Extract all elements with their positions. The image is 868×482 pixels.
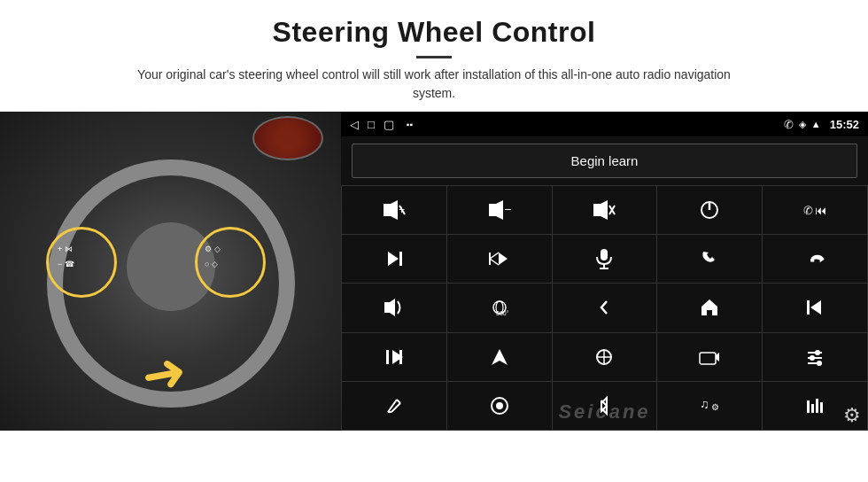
next-button[interactable] <box>342 235 446 283</box>
svg-line-20 <box>490 253 499 259</box>
phone-status-icon: ✆ <box>784 118 794 131</box>
prev-button[interactable] <box>763 284 867 331</box>
begin-learn-area: Begin learn <box>341 136 868 185</box>
svg-text:− ☎: − ☎ <box>58 260 74 268</box>
page-title: Steering Wheel Control <box>35 16 833 49</box>
svg-rect-18 <box>399 252 402 266</box>
svg-rect-57 <box>811 404 814 413</box>
equalizer-button[interactable] <box>763 333 867 381</box>
skip-button[interactable] <box>342 333 446 381</box>
power-button[interactable] <box>657 186 762 234</box>
steering-wheel-image: + ⋈ − ☎ ⚙ ◇ ○ ◇ ➜ <box>0 112 341 431</box>
sw-background: + ⋈ − ☎ ⚙ ◇ ○ ◇ ➜ <box>0 112 341 431</box>
svg-marker-10 <box>593 200 608 220</box>
bluetooth-button[interactable] <box>553 382 657 430</box>
svg-marker-17 <box>388 252 399 266</box>
hang-up-button[interactable] <box>763 235 867 283</box>
svg-text:⚙: ⚙ <box>711 402 719 412</box>
svg-marker-4 <box>384 200 398 220</box>
svg-text:✆: ✆ <box>803 204 813 217</box>
source-button[interactable] <box>553 333 657 381</box>
back-nav-icon[interactable]: ◁ <box>350 118 359 131</box>
svg-rect-40 <box>700 353 716 364</box>
svg-point-53 <box>496 402 503 409</box>
status-right-icons: ✆ ◈ ▲ 15:52 <box>784 118 859 131</box>
svg-text:+: + <box>399 204 405 216</box>
nav-button[interactable] <box>447 333 552 381</box>
header-subtitle: Your original car's steering wheel contr… <box>124 66 744 103</box>
signal-icon: ▪▪ <box>407 120 413 129</box>
recent-nav-icon[interactable]: ▢ <box>384 118 394 131</box>
svg-point-43 <box>815 350 820 355</box>
svg-text:○ ◇: ○ ◇ <box>205 260 218 268</box>
svg-marker-31 <box>810 300 821 315</box>
mic-button[interactable] <box>553 235 657 283</box>
svg-rect-35 <box>399 350 402 364</box>
home-nav-icon[interactable]: □ <box>368 118 375 131</box>
clock: 15:52 <box>830 118 859 131</box>
begin-learn-button[interactable]: Begin learn <box>352 144 857 178</box>
svg-rect-33 <box>386 350 389 364</box>
vol-up-button[interactable]: + <box>342 186 446 234</box>
svg-marker-22 <box>499 253 508 265</box>
svg-rect-23 <box>601 249 608 260</box>
location-status-icon: ◈ <box>799 119 806 130</box>
svg-marker-30 <box>701 299 717 315</box>
dashboard-gauge <box>252 116 323 160</box>
phone-prev-button[interactable]: ✆⏮ <box>763 186 867 234</box>
svg-line-21 <box>490 259 499 265</box>
settings-gear-icon[interactable]: ⚙ <box>843 404 861 427</box>
status-bar: ◁ □ ▢ ▪▪ ✆ ◈ ▲ 15:52 <box>341 112 868 136</box>
svg-marker-8 <box>489 200 503 220</box>
svg-marker-26 <box>384 299 395 316</box>
svg-text:♫: ♫ <box>700 397 709 411</box>
speaker-button[interactable] <box>342 284 446 331</box>
home-button[interactable] <box>657 284 762 331</box>
svg-rect-32 <box>807 300 810 315</box>
svg-point-47 <box>817 361 822 366</box>
svg-rect-56 <box>807 400 810 413</box>
svg-point-45 <box>810 355 815 361</box>
head-unit-panel: ◁ □ ▢ ▪▪ ✆ ◈ ▲ 15:52 Begin learn + − <box>341 112 868 431</box>
360-cam-button[interactable]: 360° <box>447 284 552 331</box>
wifi-status-icon: ▲ <box>811 119 821 129</box>
svg-text:−: − <box>504 202 511 216</box>
sw-left-buttons-highlight: + ⋈ − ☎ <box>46 227 117 298</box>
svg-marker-36 <box>492 349 508 365</box>
title-divider <box>416 56 452 58</box>
sw-right-buttons-highlight: ⚙ ◇ ○ ◇ <box>195 227 266 298</box>
camera-button[interactable] <box>657 333 762 381</box>
back-button[interactable] <box>553 284 657 331</box>
mute-button[interactable] <box>553 186 657 234</box>
content-area: + ⋈ − ☎ ⚙ ◇ ○ ◇ ➜ ◁ □ ▢ ▪▪ <box>0 112 868 431</box>
edit-button[interactable] <box>342 382 446 430</box>
status-nav-icons: ◁ □ ▢ ▪▪ <box>350 118 413 131</box>
svg-rect-58 <box>816 399 818 413</box>
svg-text:⚙ ◇: ⚙ ◇ <box>205 245 221 253</box>
call-button[interactable] <box>657 235 762 283</box>
vol-down-button[interactable]: − <box>447 186 552 234</box>
music-settings-button[interactable]: ♫⚙ <box>657 382 762 430</box>
svg-text:+ ⋈: + ⋈ <box>58 245 73 253</box>
svg-text:360°: 360° <box>496 310 509 316</box>
svg-text:⏮: ⏮ <box>815 204 826 217</box>
fast-forward-button[interactable] <box>447 235 552 283</box>
controls-grid: + − ✆⏮ <box>341 185 868 431</box>
page-header: Steering Wheel Control Your original car… <box>0 0 868 112</box>
svg-line-49 <box>397 400 400 403</box>
dial-button[interactable] <box>447 382 552 430</box>
svg-rect-59 <box>820 402 823 413</box>
